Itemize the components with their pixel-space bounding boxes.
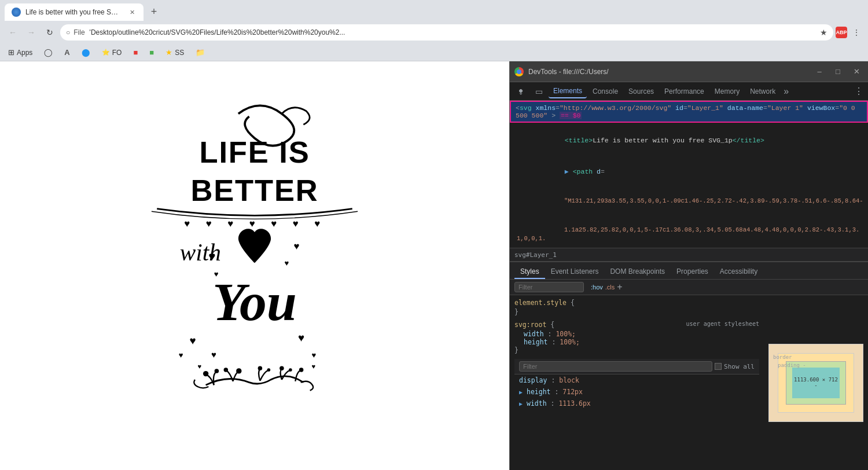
code-line-3: 1.1a25.82,25.82,0,0,1,5-.17c1.36.08,3,.3… (510, 216, 868, 248)
devtools-tab-sources[interactable]: Sources (624, 85, 659, 98)
tab-styles[interactable]: Styles (514, 265, 545, 279)
adblock-icon: ABP (836, 27, 847, 38)
blue-circle-icon: ⬤ (82, 48, 90, 57)
tab-properties[interactable]: Properties (671, 265, 714, 279)
content-box: 1113.600 × 712 - (792, 368, 840, 398)
style-prop-height: height : 100%; (514, 338, 759, 346)
computed-filter-bar: Show all (514, 359, 759, 374)
svg-point-28 (279, 366, 284, 370)
devtools-phone-tool[interactable]: ▭ (531, 85, 547, 98)
devtools-cursor-tool[interactable]: ⧭ (512, 85, 529, 98)
devtools-title-text: DevTools - file:///C:/Users/ (528, 68, 609, 76)
address-bar: ← → ↻ ○ File 'Desktop/outline%20cricut/S… (0, 21, 868, 44)
selected-node-breadcrumb[interactable]: svg#Layer_1 (510, 248, 868, 262)
code-line-2: "M131.21,293a3.55,3.55,0,0,1-.09c1.46-.2… (510, 188, 868, 216)
tab-dom-breakpoints[interactable]: DOM Breakpoints (604, 265, 671, 279)
bookmark-apps[interactable]: ⊞ Apps (5, 47, 36, 58)
elements-tab-label: Elements (553, 87, 582, 95)
extensions-icon[interactable]: ⋮ (849, 25, 863, 39)
devtools-minimize-button[interactable]: – (812, 65, 826, 79)
tab-event-listeners[interactable]: Event Listeners (545, 265, 605, 279)
bookmark-chart[interactable]: ■ (130, 47, 141, 58)
letter-a-icon: A (64, 48, 69, 57)
padding-label: padding - (778, 362, 806, 368)
performance-tab-label: Performance (664, 87, 704, 96)
styles-tabs: Styles Event Listeners DOM Breakpoints P… (510, 262, 868, 280)
chart-icon: ■ (133, 48, 138, 57)
bookmark-folder[interactable]: 📁 (192, 47, 208, 58)
hover-state-toggle[interactable]: :hov (591, 284, 603, 291)
svg-text:♥: ♥ (311, 363, 315, 370)
devtools-close-button[interactable]: ✕ (849, 65, 863, 79)
bookmarks-bar: ⊞ Apps ◯ A ⬤ ⭐ FO ■ ■ ★ SS 📁 (0, 44, 868, 61)
styles-content: element.style { } svg:root { user a (510, 295, 868, 470)
code-panel[interactable]: <title>Life is better with you free SVG_… (510, 123, 868, 248)
browser-tab-active[interactable]: Life is better with you free SVG_1 ✕ (5, 3, 144, 21)
content-area: LIFE IS BETTER ♥ ♥ ♥ ♥ ♥ ♥ ♥ with ♥ (0, 61, 868, 470)
devtools-tab-network[interactable]: Network (745, 85, 780, 98)
content-dash-label: - (814, 383, 817, 388)
network-tab-label: Network (750, 87, 775, 96)
address-input[interactable]: ○ File 'Desktop/outline%20cricut/SVG%20F… (60, 24, 833, 41)
svg-point-30 (299, 368, 304, 372)
bookmark-a[interactable]: A (61, 47, 73, 58)
svg-text:♥: ♥ (285, 259, 289, 267)
bookmark-star-gold[interactable]: ★ SS (162, 47, 187, 58)
svg-text:♥: ♥ (294, 241, 300, 252)
tab-title: Life is better with you free SVG_1 (25, 8, 123, 16)
bookmark-apps-label: Apps (17, 49, 32, 57)
gold-star-icon: ★ (165, 48, 172, 57)
protocol-label: File (73, 28, 84, 36)
forward-button[interactable]: → (23, 24, 39, 41)
bookmark-fo[interactable]: ⭐ FO (98, 47, 126, 58)
devtools-toolbar: ⧭ ▭ Elements Console Sources Performance (510, 82, 868, 101)
tab-favicon-icon (12, 8, 21, 17)
svg-text:♥: ♥ (227, 218, 233, 229)
styles-filter-input[interactable] (514, 282, 584, 292)
devtools-tab-console[interactable]: Console (588, 85, 623, 98)
tab-close-button[interactable]: ✕ (127, 8, 137, 17)
svg-text:♥: ♥ (314, 218, 320, 229)
cls-toggle[interactable]: .cls (605, 284, 615, 291)
tab-accessibility[interactable]: Accessibility (714, 265, 763, 279)
svg-text:You: You (212, 271, 297, 332)
bookmark-blue[interactable]: ⬤ (78, 47, 94, 58)
svg-text:♥: ♥ (190, 335, 196, 347)
console-tab-label: Console (593, 87, 618, 96)
circle-icon: ◯ (44, 48, 53, 57)
devtools-tab-elements[interactable]: Elements (549, 85, 587, 98)
user-agent-source-label: user agent stylesheet (686, 321, 759, 327)
svg-text:♥: ♥ (249, 218, 255, 229)
computed-width: ▶ width : 1113.6px (514, 398, 759, 409)
bookmark-circle[interactable]: ◯ (41, 47, 56, 58)
computed-filter-input[interactable] (519, 361, 712, 372)
devtools-tab-performance[interactable]: Performance (660, 85, 709, 98)
fo-icon: ⭐ (102, 49, 110, 56)
cursor-icon: ⧭ (517, 87, 525, 96)
memory-tab-label: Memory (715, 87, 740, 96)
code-line-1: ▶ <path d= (510, 156, 868, 188)
svg-text:♥: ♥ (293, 218, 299, 229)
svg-text:♥: ♥ (208, 249, 215, 263)
bookmark-green[interactable]: ■ (146, 47, 157, 58)
devtools-restore-button[interactable]: □ (831, 65, 845, 79)
devtools-settings-icon[interactable]: ⋮ (852, 83, 866, 99)
box-model-panel: margin - border - pa (764, 295, 868, 470)
refresh-button[interactable]: ↻ (42, 24, 58, 41)
bookmark-star-icon[interactable]: ★ (820, 28, 827, 37)
svg-text:BETTER: BETTER (190, 173, 318, 207)
green-square-icon: ■ (149, 48, 154, 57)
devtools-tab-memory[interactable]: Memory (710, 85, 744, 98)
new-tab-button[interactable]: + (146, 3, 162, 20)
selected-element-bar[interactable]: <svg xmlns="http://www.w3.org/2000/svg" … (510, 101, 868, 123)
back-button[interactable]: ← (5, 24, 21, 41)
svg-text:♥: ♥ (311, 351, 316, 359)
devtools-more-tabs-button[interactable]: » (781, 84, 791, 99)
chrome-logo-icon (514, 67, 524, 76)
selected-element-text: <svg xmlns="http://www.w3.org/2000/svg" … (516, 104, 855, 119)
svg-point-26 (258, 366, 263, 370)
add-style-rule-button[interactable]: + (617, 282, 622, 292)
sources-tab-label: Sources (628, 87, 654, 96)
svg-point-22 (203, 371, 208, 376)
show-all-checkbox[interactable] (715, 363, 722, 370)
